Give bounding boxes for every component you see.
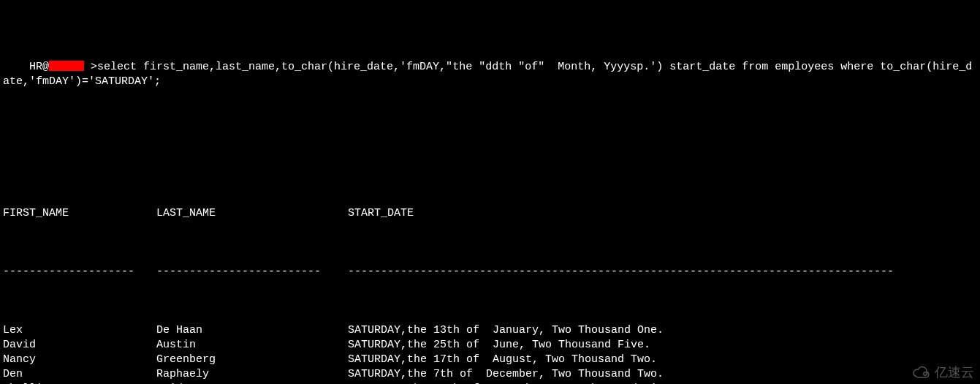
table-row: NancyGreenbergSATURDAY,the 17th of Augus… bbox=[3, 353, 977, 367]
redacted-host-icon bbox=[49, 61, 84, 71]
header-last-name: LAST_NAME bbox=[156, 206, 348, 221]
separator-start: ----------------------------------------… bbox=[348, 265, 977, 279]
cell-start-date: SATURDAY,the 13th of January, Two Thousa… bbox=[348, 323, 977, 338]
cell-start-date: SATURDAY,the 25th of June, Two Thousand … bbox=[348, 338, 977, 353]
cloud-icon bbox=[911, 366, 932, 379]
prompt-host: HR@ bbox=[29, 61, 49, 73]
sql-statement: select first_name,last_name,to_char(hire… bbox=[3, 61, 972, 88]
prompt-arrow: > bbox=[84, 61, 97, 73]
separator-last: ------------------------- bbox=[156, 265, 348, 279]
header-start-date: START_DATE bbox=[348, 206, 977, 221]
cell-first-name: Lex bbox=[3, 323, 156, 338]
separator-first: -------------------- bbox=[3, 265, 156, 279]
cell-start-date: SATURDAY,the 7th of December, Two Thousa… bbox=[348, 367, 977, 382]
table-row: DenRaphaelySATURDAY,the 7th of December,… bbox=[3, 367, 977, 382]
header-first-name: FIRST_NAME bbox=[3, 206, 156, 221]
cell-first-name: David bbox=[3, 338, 156, 353]
cell-first-name: Nancy bbox=[3, 353, 156, 367]
svg-point-0 bbox=[924, 372, 927, 375]
table-row: DavidAustinSATURDAY,the 25th of June, Tw… bbox=[3, 338, 977, 353]
table-row: LexDe HaanSATURDAY,the 13th of January, … bbox=[3, 323, 977, 338]
result-rows: LexDe HaanSATURDAY,the 13th of January, … bbox=[3, 323, 977, 384]
separator-row: -------------------- -------------------… bbox=[3, 265, 977, 279]
cell-first-name: Den bbox=[3, 367, 156, 382]
sql-prompt-line: HR@ >select first_name,last_name,to_char… bbox=[3, 45, 977, 104]
cell-last-name: De Haan bbox=[156, 323, 348, 338]
cell-last-name: Austin bbox=[156, 338, 348, 353]
cell-last-name: Raphaely bbox=[156, 367, 348, 382]
terminal-output[interactable]: HR@ >select first_name,last_name,to_char… bbox=[0, 0, 980, 384]
watermark: 亿速云 bbox=[911, 365, 974, 380]
watermark-text: 亿速云 bbox=[935, 365, 974, 380]
header-row: FIRST_NAME LAST_NAME START_DATE bbox=[3, 206, 977, 221]
cell-start-date: SATURDAY,the 17th of August, Two Thousan… bbox=[348, 353, 977, 367]
cell-last-name: Greenberg bbox=[156, 353, 348, 367]
blank-line bbox=[3, 148, 977, 162]
